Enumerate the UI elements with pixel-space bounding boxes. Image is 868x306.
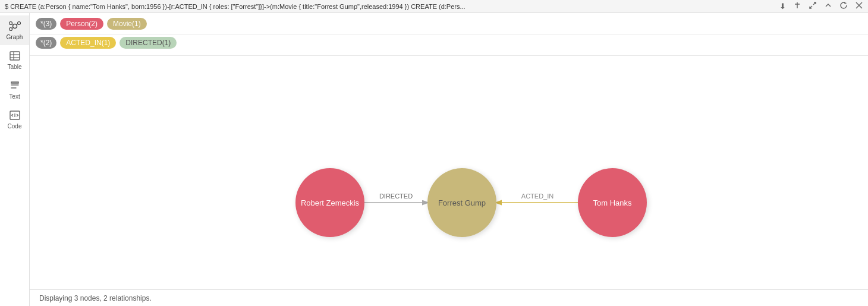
code-icon xyxy=(9,109,21,121)
refresh-icon[interactable] xyxy=(839,1,848,11)
node-tom-hanks[interactable]: Tom Hanks xyxy=(578,168,647,237)
sidebar-item-code[interactable]: Code xyxy=(0,105,29,134)
text-icon xyxy=(9,80,21,92)
node-robert-label: Robert Zemeckis xyxy=(296,194,364,212)
sidebar-text-label: Text xyxy=(9,93,20,100)
svg-rect-13 xyxy=(10,52,20,60)
sidebar-item-table[interactable]: Table xyxy=(0,45,29,75)
svg-line-12 xyxy=(12,27,13,29)
graph-canvas: DIRECTED ACTED_IN Robert Zemeckis Forres… xyxy=(30,56,868,289)
pin-icon[interactable] xyxy=(793,1,801,11)
svg-point-6 xyxy=(12,24,17,29)
sidebar-table-label: Table xyxy=(8,64,22,70)
status-text: Displaying 3 nodes, 2 relationships. xyxy=(39,294,152,302)
rels-filter-bar: *(2) ACTED_IN(1) DIRECTED(1) xyxy=(30,34,868,56)
sidebar-item-graph[interactable]: Graph xyxy=(0,15,29,45)
rels-count-badge[interactable]: *(2) xyxy=(36,37,56,49)
sidebar: Graph Table Text xyxy=(0,13,30,306)
rels-filter-row: *(2) ACTED_IN(1) DIRECTED(1) xyxy=(36,37,177,49)
sidebar-graph-label: Graph xyxy=(7,34,23,40)
status-bar: Displaying 3 nodes, 2 relationships. xyxy=(30,289,868,306)
close-icon[interactable] xyxy=(855,1,863,11)
nodes-filter-row: *(3) Person(2) Movie(1) xyxy=(36,18,147,30)
content-area: *(3) Person(2) Movie(1) *(2) ACTED_IN(1)… xyxy=(30,13,868,306)
svg-point-7 xyxy=(9,22,12,25)
download-icon[interactable]: ⬇ xyxy=(779,2,786,11)
sidebar-item-text[interactable]: Text xyxy=(0,75,29,105)
chevron-up-icon[interactable] xyxy=(824,1,832,11)
movie-badge[interactable]: Movie(1) xyxy=(107,18,147,30)
svg-line-11 xyxy=(16,24,17,26)
filter-bar: *(3) Person(2) Movie(1) xyxy=(30,13,868,34)
node-tom-label: Tom Hanks xyxy=(588,194,636,212)
graph-icon xyxy=(9,20,21,32)
top-bar-actions: ⬇ xyxy=(779,1,863,11)
directed-badge[interactable]: DIRECTED(1) xyxy=(119,37,177,49)
top-bar: $ CREATE (a:Person { name:"Tom Hanks", b… xyxy=(0,0,868,13)
sidebar-code-label: Code xyxy=(8,123,22,130)
table-icon xyxy=(9,50,21,62)
svg-point-9 xyxy=(9,28,12,31)
expand-icon[interactable] xyxy=(809,1,817,11)
svg-text:DIRECTED: DIRECTED xyxy=(379,193,413,200)
graph-area: DIRECTED ACTED_IN Robert Zemeckis Forres… xyxy=(30,56,868,289)
acted-in-badge[interactable]: ACTED_IN(1) xyxy=(60,37,116,49)
nodes-count-badge[interactable]: *(3) xyxy=(36,18,56,30)
person-badge[interactable]: Person(2) xyxy=(60,18,103,30)
svg-line-10 xyxy=(12,24,13,26)
node-forrest-gump[interactable]: Forrest Gump xyxy=(427,168,496,237)
query-text: $ CREATE (a:Person { name:"Tom Hanks", b… xyxy=(5,3,779,10)
svg-text:ACTED_IN: ACTED_IN xyxy=(521,193,553,200)
node-robert-zemeckis[interactable]: Robert Zemeckis xyxy=(295,168,364,237)
svg-point-8 xyxy=(17,22,20,25)
main-content: Graph Table Text xyxy=(0,13,868,306)
node-forrest-label: Forrest Gump xyxy=(433,194,490,212)
